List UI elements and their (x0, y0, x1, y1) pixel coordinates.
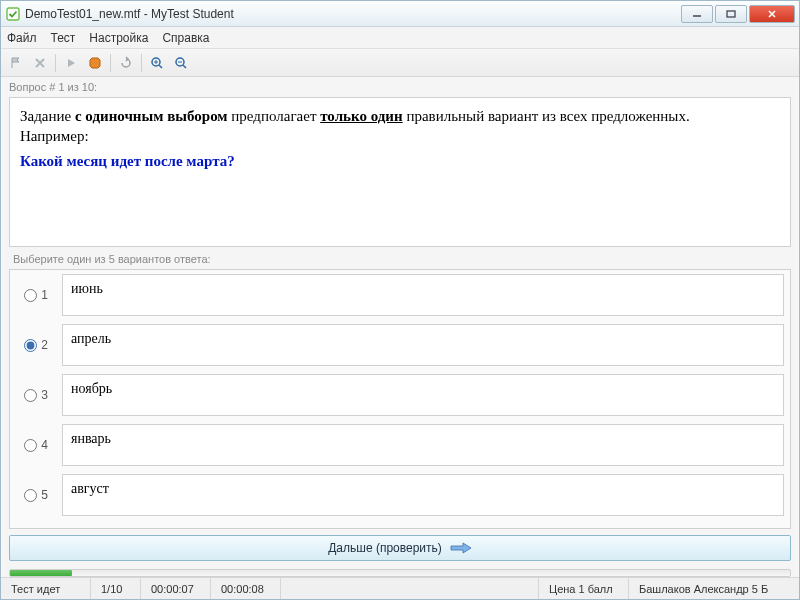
statusbar: Тест идет 1/10 00:00:07 00:00:08 Цена 1 … (1, 577, 799, 599)
app-window: DemoTest01_new.mtf - MyTest Student Файл… (0, 0, 800, 600)
time-progress-fill (10, 570, 72, 576)
app-icon (5, 6, 21, 22)
status-total: 00:00:08 (211, 578, 281, 599)
answer-row: 4 январь (10, 420, 790, 470)
zoom-in-icon[interactable] (148, 54, 166, 72)
radio-input[interactable] (24, 439, 37, 452)
svg-rect-0 (7, 8, 19, 20)
radio-input[interactable] (24, 339, 37, 352)
next-button-label: Дальше (проверить) (328, 541, 442, 555)
minimize-icon (692, 10, 702, 18)
answer-number: 3 (41, 388, 48, 402)
answer-text[interactable]: август (62, 474, 784, 516)
answer-text[interactable]: январь (62, 424, 784, 466)
answer-row: 2 апрель (10, 320, 790, 370)
answers-panel: 1 июнь 2 апрель 3 ноябрь (9, 269, 791, 529)
status-elapsed: 00:00:07 (141, 578, 211, 599)
answer-number: 5 (41, 488, 48, 502)
answer-text[interactable]: июнь (62, 274, 784, 316)
answer-text[interactable]: ноябрь (62, 374, 784, 416)
titlebar: DemoTest01_new.mtf - MyTest Student (1, 1, 799, 27)
content-area: Задание с одиночным выбором предполагает… (1, 97, 799, 565)
answer-radio-3[interactable]: 3 (10, 370, 62, 420)
menu-test[interactable]: Тест (51, 31, 76, 45)
menu-settings[interactable]: Настройка (89, 31, 148, 45)
time-progress-bar (9, 569, 791, 577)
status-author: Башлаков Александр 5 Б (629, 578, 799, 599)
svg-rect-2 (727, 11, 735, 17)
stop-icon[interactable] (86, 54, 104, 72)
close-button[interactable] (749, 5, 795, 23)
toolbar-separator (55, 54, 56, 72)
question-prompt: Какой месяц идет после марта? (20, 151, 780, 171)
maximize-button[interactable] (715, 5, 747, 23)
question-line1-bold: с одиночным выбором (75, 108, 228, 124)
menubar: Файл Тест Настройка Справка (1, 27, 799, 49)
maximize-icon (726, 10, 736, 18)
answer-radio-4[interactable]: 4 (10, 420, 62, 470)
svg-line-9 (183, 65, 186, 68)
question-text: Задание с одиночным выбором предполагает… (9, 97, 791, 247)
cancel-icon[interactable] (31, 54, 49, 72)
close-icon (767, 10, 777, 18)
play-icon[interactable] (62, 54, 80, 72)
answers-instruction: Выберите один из 5 вариантов ответа: (9, 247, 791, 269)
answer-row: 3 ноябрь (10, 370, 790, 420)
radio-input[interactable] (24, 289, 37, 302)
menu-file[interactable]: Файл (7, 31, 37, 45)
answer-radio-5[interactable]: 5 (10, 470, 62, 520)
answer-radio-2[interactable]: 2 (10, 320, 62, 370)
answer-row: 5 август (10, 470, 790, 520)
status-state: Тест идет (1, 578, 91, 599)
question-line1-post: правильный вариант из всех предложенных. (403, 108, 690, 124)
svg-line-5 (159, 65, 162, 68)
question-progress-label: Вопрос # 1 из 10: (1, 77, 799, 97)
window-title: DemoTest01_new.mtf - MyTest Student (25, 7, 679, 21)
next-button[interactable]: Дальше (проверить) (9, 535, 791, 561)
answer-number: 4 (41, 438, 48, 452)
reload-icon[interactable] (117, 54, 135, 72)
question-line2: Например: (20, 128, 89, 144)
question-line1-mid: предполагает (228, 108, 321, 124)
toolbar-separator (110, 54, 111, 72)
radio-input[interactable] (24, 489, 37, 502)
answer-radio-1[interactable]: 1 (10, 270, 62, 320)
menu-help[interactable]: Справка (162, 31, 209, 45)
question-line1-under: только один (320, 108, 402, 124)
question-line1-pre: Задание (20, 108, 75, 124)
status-counter: 1/10 (91, 578, 141, 599)
svg-marker-3 (90, 58, 100, 68)
minimize-button[interactable] (681, 5, 713, 23)
flag-down-icon[interactable] (7, 54, 25, 72)
answer-text[interactable]: апрель (62, 324, 784, 366)
status-price: Цена 1 балл (539, 578, 629, 599)
window-controls (679, 5, 795, 23)
toolbar-separator (141, 54, 142, 72)
answer-row: 1 июнь (10, 270, 790, 320)
arrow-right-icon (450, 542, 472, 554)
zoom-out-icon[interactable] (172, 54, 190, 72)
answer-number: 1 (41, 288, 48, 302)
answer-number: 2 (41, 338, 48, 352)
toolbar (1, 49, 799, 77)
status-spacer (281, 578, 539, 599)
radio-input[interactable] (24, 389, 37, 402)
